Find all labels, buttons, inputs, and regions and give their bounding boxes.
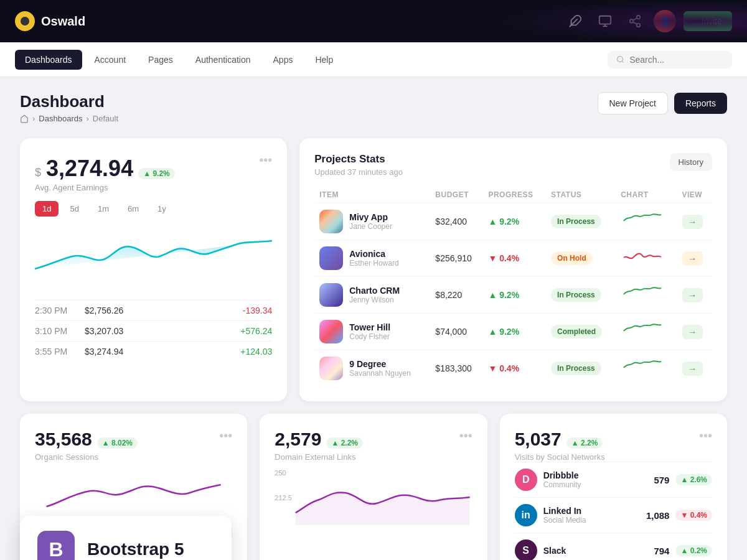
- history-button[interactable]: History: [670, 153, 712, 171]
- subnav-item-dashboards[interactable]: Dashboards: [15, 50, 82, 70]
- breadcrumb: › Dashboards › Default: [20, 114, 118, 123]
- time-filter-6m[interactable]: 6m: [120, 201, 146, 217]
- invite-button[interactable]: + Invite: [684, 11, 732, 31]
- projects-subtitle: Updated 37 minutes ago: [314, 167, 403, 177]
- app-name: Oswald: [41, 14, 85, 29]
- svg-point-5: [630, 19, 634, 23]
- svg-rect-1: [599, 16, 611, 24]
- time-filter-1m[interactable]: 1m: [90, 201, 116, 217]
- organic-menu-dots[interactable]: •••: [219, 429, 232, 443]
- bootstrap-icon: B: [37, 531, 75, 560]
- external-number: 2,579 ▲ 2.2%: [275, 429, 363, 450]
- svg-line-10: [622, 61, 623, 62]
- svg-point-4: [637, 16, 641, 19]
- earnings-badge: ▲ 9.2%: [138, 168, 175, 179]
- col-chart: CHART: [616, 187, 677, 203]
- projects-header: Projects Stats Updated 37 minutes ago Hi…: [314, 153, 712, 177]
- col-item: ITEM: [314, 187, 430, 203]
- search-box[interactable]: [608, 51, 732, 68]
- earnings-row-1: 3:10 PM $3,207.03 +576.24: [35, 320, 272, 341]
- icon-share[interactable]: [624, 10, 646, 32]
- projects-title: Projects Stats: [314, 153, 403, 166]
- svg-line-8: [633, 18, 637, 21]
- table-row: Avionica Esther Howard $256,910 ▼ 0.4% O…: [314, 240, 712, 277]
- view-button[interactable]: →: [682, 362, 703, 376]
- col-progress: PROGRESS: [483, 187, 546, 203]
- table-row: Mivy App Jane Cooper $32,400 ▲ 9.2% In P…: [314, 203, 712, 240]
- user-avatar[interactable]: 👤: [654, 10, 676, 32]
- subnav-item-pages[interactable]: Pages: [138, 50, 183, 70]
- page-actions: New Project Reports: [598, 92, 728, 114]
- col-view: VIEW: [677, 187, 712, 203]
- new-project-button[interactable]: New Project: [598, 92, 668, 114]
- view-button[interactable]: →: [682, 215, 703, 229]
- view-button[interactable]: →: [682, 288, 703, 302]
- table-row: Charto CRM Jenny Wilson $8,220 ▲ 9.2% In…: [314, 277, 712, 314]
- social-badge: ▲ 2.2%: [566, 437, 603, 449]
- social-menu-dots[interactable]: •••: [699, 429, 712, 443]
- earnings-card: $ 3,274.94 ▲ 9.2% Avg. Agent Earnings ••…: [20, 138, 287, 401]
- subnav-item-authentication[interactable]: Authentication: [186, 50, 261, 70]
- external-badge: ▲ 2.2%: [326, 437, 363, 449]
- view-button[interactable]: →: [682, 325, 703, 339]
- svg-point-9: [618, 57, 623, 62]
- main-content: Dashboard › Dashboards › Default New Pro…: [0, 77, 747, 560]
- projects-table: ITEM BUDGET PROGRESS STATUS CHART VIEW M…: [314, 187, 712, 386]
- logo[interactable]: Oswald: [15, 11, 85, 31]
- bootstrap-title: Bootstrap 5: [87, 539, 184, 559]
- social-row: S Slack 794 ▲ 0.2%: [515, 533, 712, 560]
- earnings-chart: [35, 225, 272, 290]
- topbar-actions: 👤 + Invite: [564, 10, 732, 32]
- reports-button[interactable]: Reports: [674, 93, 727, 114]
- earnings-row-2: 3:55 PM $3,274.94 +124.03: [35, 341, 272, 362]
- social-rows: D Dribbble Community 579 ▲ 2.6% in Linke…: [515, 462, 712, 560]
- social-row: D Dribbble Community 579 ▲ 2.6%: [515, 462, 712, 497]
- search-input[interactable]: [629, 55, 723, 65]
- external-menu-dots[interactable]: •••: [459, 429, 472, 443]
- social-row: in Linked In Social Media 1,088 ▼ 0.4%: [515, 497, 712, 533]
- page-title: Dashboard: [20, 92, 118, 111]
- top-cards-grid: $ 3,274.94 ▲ 9.2% Avg. Agent Earnings ••…: [20, 138, 727, 401]
- icon-monitor[interactable]: [594, 10, 616, 32]
- organic-badge: ▲ 8.02%: [97, 437, 138, 449]
- breadcrumb-dashboards[interactable]: Dashboards: [39, 114, 82, 123]
- external-chart: 250 212.5: [275, 469, 472, 525]
- projects-card: Projects Stats Updated 37 minutes ago Hi…: [299, 138, 727, 401]
- time-filters: 1d 5d 1m 6m 1y: [35, 201, 272, 217]
- time-filter-1d[interactable]: 1d: [35, 201, 59, 217]
- external-label: Domain External Links: [275, 452, 363, 462]
- earnings-menu-dots[interactable]: •••: [259, 153, 272, 167]
- view-button[interactable]: →: [682, 251, 703, 266]
- col-status: STATUS: [546, 187, 616, 203]
- earnings-row-0: 2:30 PM $2,756.26 -139.34: [35, 300, 272, 320]
- time-filter-5d[interactable]: 5d: [62, 201, 86, 217]
- svg-line-7: [633, 22, 637, 24]
- page-header: Dashboard › Dashboards › Default New Pro…: [20, 92, 727, 123]
- topbar: Oswald 👤 + Invite: [0, 0, 747, 42]
- external-links-card: 2,579 ▲ 2.2% Domain External Links ••• 2…: [260, 414, 487, 560]
- subnav-item-apps[interactable]: Apps: [263, 50, 303, 70]
- social-number: 5,037 ▲ 2.2%: [515, 429, 605, 450]
- social-networks-card: 5,037 ▲ 2.2% Visits by Social Networks •…: [500, 414, 727, 560]
- breadcrumb-current: Default: [93, 114, 118, 123]
- earnings-label: Avg. Agent Earnings: [35, 183, 175, 192]
- earnings-rows: 2:30 PM $2,756.26 -139.34 3:10 PM $3,207…: [35, 300, 272, 362]
- subnav: Dashboards Account Pages Authentication …: [0, 42, 747, 77]
- bottom-cards-grid: 35,568 ▲ 8.02% Organic Sessions ••• Cana…: [20, 414, 727, 560]
- organic-chart: [35, 469, 232, 519]
- svg-point-6: [637, 24, 641, 27]
- social-label: Visits by Social Networks: [515, 452, 605, 462]
- subnav-item-help[interactable]: Help: [305, 50, 343, 70]
- time-filter-1y[interactable]: 1y: [150, 201, 174, 217]
- earnings-value: $ 3,274.94 ▲ 9.2%: [35, 156, 175, 182]
- icon-feather[interactable]: [564, 10, 586, 32]
- table-row: Tower Hill Cody Fisher $74,000 ▲ 9.2% Co…: [314, 314, 712, 350]
- col-budget: BUDGET: [430, 187, 483, 203]
- organic-number: 35,568 ▲ 8.02%: [35, 429, 138, 450]
- subnav-item-account[interactable]: Account: [85, 50, 136, 70]
- bootstrap-overlay: B Bootstrap 5: [20, 516, 232, 560]
- table-row: 9 Degree Savannah Nguyen $183,300 ▼ 0.4%…: [314, 350, 712, 387]
- logo-icon: [15, 11, 35, 31]
- organic-label: Organic Sessions: [35, 452, 138, 462]
